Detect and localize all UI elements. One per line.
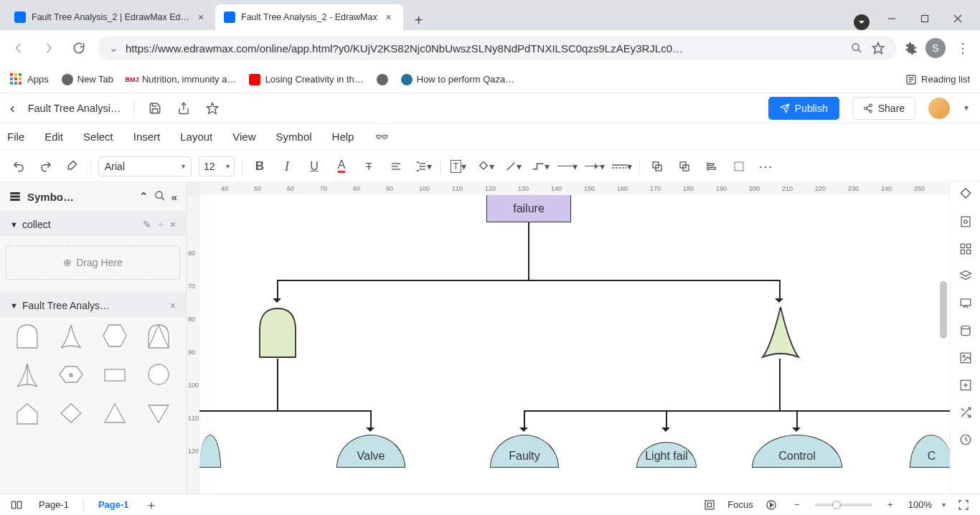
fill-theme-icon[interactable] bbox=[958, 186, 974, 202]
save-icon[interactable] bbox=[147, 100, 163, 116]
more-icon[interactable]: ⋯ bbox=[756, 156, 776, 176]
nav-back-button[interactable] bbox=[7, 37, 30, 60]
apps-shortcut[interactable]: Apps bbox=[10, 73, 49, 86]
circle-shape[interactable] bbox=[141, 360, 177, 389]
font-color-button[interactable]: A bbox=[331, 156, 352, 176]
line-spacing-button[interactable]: ▾ bbox=[413, 156, 433, 176]
top-event-box[interactable]: failure bbox=[486, 195, 571, 222]
italic-button[interactable]: I bbox=[277, 156, 297, 176]
menu-layout[interactable]: Layout bbox=[180, 131, 212, 143]
basic-event[interactable]: Faulty bbox=[490, 435, 559, 468]
document-title[interactable]: Fault Tree Analysi… bbox=[28, 103, 121, 114]
and-gate-shape[interactable] bbox=[9, 321, 45, 350]
line-color-button[interactable]: ▾ bbox=[503, 156, 523, 176]
bold-button[interactable]: B bbox=[250, 156, 270, 176]
inverted-triangle-shape[interactable] bbox=[141, 399, 177, 427]
close-icon[interactable]: × bbox=[170, 219, 176, 230]
voting-gate-shape[interactable]: n bbox=[52, 360, 89, 389]
menu-edit[interactable]: Edit bbox=[44, 131, 63, 143]
share-button[interactable]: Share bbox=[852, 97, 915, 120]
menu-symbol[interactable]: Symbol bbox=[276, 131, 312, 143]
page-setup-icon[interactable] bbox=[958, 214, 974, 230]
rectangle-shape[interactable] bbox=[97, 360, 133, 389]
plus-icon[interactable]: ＋ bbox=[156, 218, 166, 231]
bookmark-item[interactable]: Losing Creativity in th… bbox=[249, 74, 363, 85]
chevron-down-icon[interactable]: ▼ bbox=[963, 104, 970, 112]
extensions-icon[interactable] bbox=[904, 41, 918, 55]
window-minimize-button[interactable] bbox=[875, 7, 908, 30]
grid-icon[interactable] bbox=[958, 241, 974, 257]
basic-event[interactable]: C bbox=[910, 435, 950, 468]
collapse-panel-icon[interactable]: « bbox=[171, 191, 177, 203]
new-tab-button[interactable]: + bbox=[409, 10, 429, 30]
browser-menu-button[interactable]: ⋮ bbox=[953, 38, 973, 58]
zoom-icon[interactable] bbox=[849, 41, 864, 55]
align-objects-icon[interactable] bbox=[702, 156, 722, 176]
bookmark-item[interactable]: New Tab bbox=[62, 74, 113, 85]
zoom-slider[interactable] bbox=[815, 504, 872, 506]
data-icon[interactable] bbox=[958, 323, 974, 339]
basic-event[interactable]: Valve bbox=[336, 435, 405, 468]
close-icon[interactable]: × bbox=[170, 300, 176, 311]
triangle-shape[interactable] bbox=[97, 399, 133, 427]
basic-event[interactable]: Control bbox=[752, 435, 842, 468]
arrow-style-button[interactable]: ▾ bbox=[585, 156, 605, 176]
publish-button[interactable]: Publish bbox=[768, 97, 839, 120]
group-icon[interactable] bbox=[729, 156, 749, 176]
bookmark-item[interactable]: BMJNutrition, immunity a… bbox=[126, 74, 236, 85]
window-close-button[interactable] bbox=[941, 7, 974, 30]
basic-event[interactable]: Light fail bbox=[636, 442, 697, 468]
focus-mode-icon[interactable] bbox=[702, 497, 717, 513]
diamond-shape[interactable] bbox=[52, 399, 89, 427]
window-maximize-button[interactable] bbox=[908, 7, 941, 30]
basic-event[interactable] bbox=[199, 435, 221, 468]
or-gate-shape[interactable] bbox=[52, 321, 89, 350]
profile-avatar[interactable]: S bbox=[925, 38, 946, 58]
chevron-down-icon[interactable]: ▼ bbox=[10, 301, 18, 310]
presentation-icon[interactable] bbox=[958, 296, 974, 311]
bookmark-item[interactable] bbox=[377, 74, 388, 85]
drag-target[interactable]: ⊕ Drag Here bbox=[6, 245, 180, 280]
format-painter-icon[interactable] bbox=[63, 156, 83, 176]
zoom-out-button[interactable]: − bbox=[789, 497, 805, 513]
insert-icon[interactable] bbox=[958, 377, 974, 393]
menu-file[interactable]: File bbox=[7, 131, 24, 143]
line-dash-button[interactable]: ▾ bbox=[612, 156, 632, 176]
close-icon[interactable]: × bbox=[195, 11, 207, 23]
nav-reload-button[interactable] bbox=[67, 37, 90, 60]
clear-format-button[interactable]: T bbox=[359, 156, 379, 176]
star-icon[interactable] bbox=[871, 41, 885, 55]
pages-list-icon[interactable] bbox=[9, 497, 24, 513]
share-export-icon[interactable] bbox=[176, 100, 192, 116]
house-shape[interactable] bbox=[9, 399, 45, 427]
menu-view[interactable]: View bbox=[232, 131, 255, 143]
and-gate[interactable] bbox=[256, 306, 299, 361]
add-page-button[interactable]: ＋ bbox=[143, 497, 159, 513]
priority-and-shape[interactable] bbox=[141, 321, 177, 350]
menu-help[interactable]: Help bbox=[332, 131, 354, 143]
close-icon[interactable]: × bbox=[383, 11, 395, 23]
xor-gate-shape[interactable] bbox=[9, 360, 45, 389]
chevron-down-icon[interactable]: ▼ bbox=[10, 220, 18, 229]
layers-icon[interactable] bbox=[958, 268, 974, 284]
menu-insert[interactable]: Insert bbox=[133, 131, 161, 143]
find-icon[interactable]: 👓 bbox=[374, 129, 390, 145]
search-icon[interactable] bbox=[154, 190, 166, 204]
or-gate[interactable] bbox=[758, 303, 803, 362]
address-field[interactable]: ⌄ https://www.edrawmax.com/online/app.ht… bbox=[98, 36, 897, 60]
chevron-down-icon[interactable]: ▾ bbox=[942, 501, 946, 509]
redo-icon[interactable] bbox=[36, 156, 56, 176]
line-weight-button[interactable]: ▾ bbox=[557, 156, 578, 176]
history-icon[interactable] bbox=[958, 432, 974, 448]
zoom-in-button[interactable]: + bbox=[882, 497, 898, 513]
underline-button[interactable]: U bbox=[304, 156, 324, 176]
focus-label[interactable]: Focus bbox=[727, 499, 753, 510]
shuffle-icon[interactable] bbox=[958, 405, 974, 420]
app-back-button[interactable]: ‹ bbox=[10, 100, 15, 116]
font-family-select[interactable]: Arial▾ bbox=[98, 156, 192, 176]
send-back-icon[interactable] bbox=[674, 156, 694, 176]
browser-tab[interactable]: Fault Tree Analysis_2 | EdrawMax Ed… × bbox=[6, 4, 215, 30]
bring-front-icon[interactable] bbox=[647, 156, 667, 176]
reading-list-button[interactable]: Reading list bbox=[905, 74, 970, 85]
nav-forward-button[interactable] bbox=[37, 37, 60, 60]
